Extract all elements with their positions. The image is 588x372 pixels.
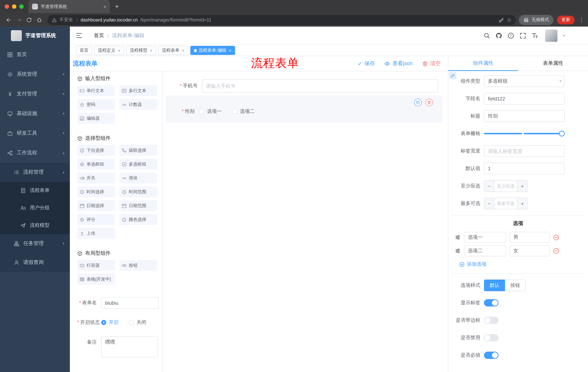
- breadcrumb-home[interactable]: 首页: [94, 32, 104, 39]
- remove-option-icon[interactable]: [553, 248, 559, 254]
- sidebar-item-user-group[interactable]: 用户分组: [0, 199, 70, 217]
- close-icon[interactable]: ×: [150, 48, 152, 53]
- palette-item-editor[interactable]: 编辑器: [77, 113, 115, 124]
- palette-item-slider[interactable]: 滑块: [119, 172, 157, 183]
- palette-item-dropdown[interactable]: 下拉选择: [77, 145, 115, 156]
- sidebar-item-devtools[interactable]: 研发工具 ▾: [0, 123, 70, 143]
- option-label-input[interactable]: [464, 232, 506, 243]
- field-name-input[interactable]: [484, 93, 565, 105]
- palette-item-password[interactable]: 密码: [77, 99, 115, 110]
- new-tab-button[interactable]: +: [115, 3, 119, 10]
- close-icon[interactable]: ×: [118, 48, 120, 53]
- sidebar-collapse-icon[interactable]: [76, 32, 83, 39]
- close-icon[interactable]: ×: [182, 48, 184, 53]
- remove-option-icon[interactable]: [553, 234, 559, 240]
- decrease-button[interactable]: −: [484, 198, 494, 209]
- palette-item-date-picker[interactable]: 日期选择: [77, 200, 115, 211]
- bookmark-star-icon[interactable]: ☆: [507, 17, 512, 22]
- clear-button[interactable]: 清空: [422, 60, 441, 67]
- back-button[interactable]: [4, 15, 14, 25]
- palette-item-table[interactable]: 表格[开发中]: [77, 274, 115, 285]
- sidebar-item-system[interactable]: 系统管理 ▾: [0, 64, 70, 84]
- palette-item-single-line-text[interactable]: 单行文本: [77, 85, 115, 96]
- save-button[interactable]: ✓ 保存: [358, 60, 375, 67]
- user-menu-caret-icon[interactable]: ▾: [563, 34, 565, 37]
- close-window-button[interactable]: [5, 4, 9, 9]
- decrease-button[interactable]: −: [484, 181, 494, 191]
- view-json-button[interactable]: 查看json: [384, 60, 413, 67]
- canvas-field-gender-selected[interactable]: *性别 选项一 选项二: [166, 95, 442, 123]
- home-button[interactable]: [34, 15, 44, 25]
- palette-item-time-range[interactable]: 时间范围: [119, 186, 157, 197]
- title-input[interactable]: [484, 110, 565, 122]
- page-tab-process-form-edit[interactable]: 流程表单-编辑 ×: [190, 46, 235, 55]
- page-tab-process-definition[interactable]: 流程定义 ×: [94, 46, 124, 55]
- minimize-window-button[interactable]: [12, 4, 16, 9]
- status-on-radio[interactable]: 开启: [101, 319, 119, 326]
- form-name-input[interactable]: [101, 297, 159, 309]
- palette-item-cascader[interactable]: 级联选择: [119, 145, 157, 156]
- sidebar-item-task-management[interactable]: 任务管理 ▾: [0, 234, 70, 253]
- palette-item-counter[interactable]: 计数器: [119, 99, 157, 110]
- browser-tab[interactable]: 芋道管理系统 ×: [28, 0, 110, 13]
- label-width-input[interactable]: [484, 145, 565, 157]
- font-size-icon[interactable]: [532, 32, 538, 39]
- increase-button[interactable]: +: [517, 181, 527, 191]
- app-logo[interactable]: 芋道管理系统: [0, 27, 70, 45]
- palette-item-multi-line-text[interactable]: 多行文本: [119, 85, 157, 96]
- palette-item-radio-group[interactable]: 单选框组: [77, 159, 115, 170]
- sidebar-item-leave-query[interactable]: 请假查询: [0, 253, 70, 272]
- palette-item-color-picker[interactable]: 颜色选择: [119, 214, 157, 225]
- option-value-input[interactable]: [509, 245, 550, 256]
- palette-item-upload[interactable]: 上传: [77, 228, 115, 239]
- increase-button[interactable]: +: [517, 198, 527, 209]
- min-select-input[interactable]: [494, 181, 517, 191]
- reload-button[interactable]: [24, 15, 34, 25]
- forward-button[interactable]: [14, 15, 24, 25]
- tab-close-icon[interactable]: ×: [104, 4, 106, 9]
- add-option-button[interactable]: 添加选项: [459, 261, 588, 267]
- required-toggle[interactable]: [484, 352, 498, 359]
- component-type-select[interactable]: ▾: [484, 75, 565, 87]
- max-select-input[interactable]: [494, 198, 517, 209]
- palette-item-rate[interactable]: 评分: [77, 214, 115, 225]
- security-label[interactable]: 不安全: [59, 17, 73, 23]
- maximize-window-button[interactable]: [19, 4, 24, 9]
- github-icon[interactable]: [496, 32, 502, 39]
- palette-item-button[interactable]: 按钮: [119, 260, 157, 271]
- sidebar-item-payment[interactable]: 支付管理 ▾: [0, 84, 70, 104]
- gender-option-1[interactable]: 选项一: [199, 108, 222, 115]
- show-label-toggle[interactable]: [484, 299, 498, 307]
- close-icon[interactable]: ×: [229, 48, 231, 53]
- browser-menu-icon[interactable]: ⋮: [579, 17, 584, 23]
- search-icon[interactable]: [484, 32, 490, 39]
- page-tab-process-model[interactable]: 流程模型 ×: [126, 46, 156, 55]
- palette-item-switch[interactable]: 开关: [77, 172, 115, 183]
- form-remark-textarea[interactable]: 嘿嘿: [101, 336, 158, 357]
- style-default-button[interactable]: 默认: [484, 279, 505, 291]
- checkbox[interactable]: [199, 109, 204, 114]
- sidebar-item-process-form[interactable]: 流程表单: [0, 182, 70, 199]
- palette-item-date-range[interactable]: 日期范围: [119, 200, 157, 211]
- palette-item-checkbox-group[interactable]: 多选框组: [119, 159, 157, 170]
- drag-handle-icon[interactable]: [455, 248, 461, 254]
- tab-component-props[interactable]: 组件属性: [448, 56, 518, 71]
- address-bar[interactable]: 不安全 dashboard.yudao.iocoder.cn /bpm/mana…: [47, 15, 516, 25]
- status-off-radio[interactable]: 关闭: [129, 319, 146, 326]
- page-tab-process-form[interactable]: 流程表单 ×: [158, 46, 188, 55]
- option-label-input[interactable]: [464, 245, 506, 256]
- component-type-value[interactable]: [484, 75, 565, 87]
- style-button-button[interactable]: 按钮: [505, 279, 526, 291]
- palette-item-time-picker[interactable]: 时间选择: [77, 186, 115, 197]
- gender-option-2[interactable]: 选项二: [232, 108, 255, 115]
- sidebar-item-home[interactable]: 首页: [0, 45, 70, 64]
- drag-handle-icon[interactable]: [455, 234, 461, 240]
- page-tab-home[interactable]: 首页: [76, 46, 92, 55]
- tab-form-props[interactable]: 表单属性: [518, 56, 588, 71]
- border-toggle[interactable]: [484, 317, 498, 324]
- password-key-icon[interactable]: [498, 17, 504, 23]
- sidebar-item-process-model[interactable]: 流程模型: [0, 217, 70, 234]
- update-button[interactable]: 更新: [557, 15, 575, 24]
- default-value-input[interactable]: [484, 163, 565, 174]
- disabled-toggle[interactable]: [484, 334, 498, 341]
